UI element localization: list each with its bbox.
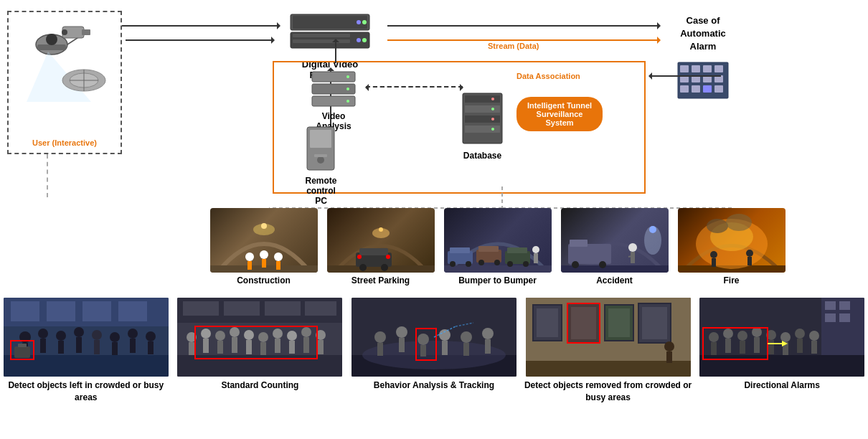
svg-point-2	[46, 34, 57, 45]
svg-point-208	[709, 332, 719, 342]
svg-rect-221	[797, 339, 803, 353]
svg-rect-35	[465, 126, 500, 133]
svg-rect-137	[11, 301, 39, 321]
svg-rect-30	[314, 154, 327, 157]
svg-point-110	[726, 214, 752, 231]
svg-rect-189	[526, 361, 691, 377]
svg-rect-13	[293, 16, 367, 29]
svg-rect-116	[4, 355, 169, 377]
behavior-image	[352, 298, 516, 377]
svg-rect-217	[768, 340, 774, 354]
svg-point-16	[362, 20, 367, 24]
svg-rect-223	[811, 341, 817, 354]
svg-rect-160	[303, 337, 309, 353]
pc-tower-icon	[301, 126, 341, 172]
tunnel-item-fire: Fire	[676, 208, 787, 285]
svg-point-80	[379, 227, 383, 232]
svg-rect-44	[714, 65, 723, 72]
svg-point-109	[707, 219, 728, 233]
arrow-cam-to-box	[126, 39, 274, 41]
svg-rect-51	[703, 85, 712, 93]
svg-rect-112	[712, 258, 716, 267]
svg-rect-41	[680, 65, 689, 72]
svg-rect-205	[839, 301, 850, 310]
svg-rect-148	[217, 341, 223, 354]
svg-rect-28	[310, 130, 331, 148]
svg-rect-140	[118, 301, 147, 321]
svg-point-105	[649, 226, 656, 233]
svg-rect-17	[293, 34, 350, 37]
svg-point-29	[317, 156, 324, 164]
svg-point-76	[381, 264, 388, 271]
tunnel-row: Construction Street Parking	[208, 208, 787, 285]
svg-rect-202	[699, 355, 864, 377]
dvr-to-alarm-arrow	[387, 25, 660, 27]
svg-rect-209	[711, 342, 717, 355]
svg-point-222	[809, 331, 819, 341]
svg-point-153	[258, 332, 268, 342]
svg-point-38	[491, 118, 494, 121]
database-label: Database	[459, 151, 506, 161]
svg-point-218	[780, 332, 791, 342]
svg-rect-87	[478, 246, 499, 252]
svg-rect-138	[47, 301, 75, 321]
svg-point-78	[386, 255, 390, 259]
svg-rect-177	[420, 345, 426, 357]
svg-rect-65	[247, 261, 252, 270]
fire-label: Fire	[723, 275, 739, 285]
svg-point-131	[146, 331, 156, 341]
svg-rect-67	[262, 259, 266, 268]
svg-rect-52	[714, 85, 723, 93]
counting-label: Standard Counting	[221, 379, 298, 392]
svg-rect-183	[485, 339, 491, 354]
svg-point-113	[746, 250, 753, 257]
svg-point-94	[532, 246, 539, 253]
svg-point-64	[245, 252, 254, 261]
svg-rect-83	[450, 247, 470, 253]
detect-item-directional: Directional Alarms	[696, 298, 868, 404]
detect-item-counting: Standard Counting	[174, 298, 346, 404]
data-association-label: Data Association	[516, 72, 580, 80]
svg-rect-69	[276, 261, 280, 270]
box-to-dvr-arrow	[335, 39, 336, 63]
svg-point-178	[439, 329, 450, 341]
stream-label: Stream (Data)	[488, 42, 539, 50]
svg-rect-120	[40, 339, 46, 353]
svg-rect-91	[507, 247, 527, 253]
svg-point-71	[261, 223, 267, 229]
stream-arrow	[387, 39, 660, 41]
bumper-image	[444, 208, 552, 273]
svg-point-88	[478, 260, 484, 265]
bumper-label: Bumper to Bumper	[458, 275, 537, 285]
svg-rect-114	[747, 257, 752, 265]
video-analysis-box: VideoAnalysis	[308, 68, 359, 131]
luggage-label: Detect objects left in crowded or busy a…	[0, 379, 172, 404]
svg-rect-152	[246, 340, 252, 354]
behavior-label: Behavior Analysis & Tracking	[374, 379, 494, 392]
svg-rect-132	[148, 341, 154, 354]
fire-image	[678, 208, 786, 273]
svg-rect-211	[725, 339, 731, 353]
svg-rect-168	[305, 301, 336, 316]
database-box: Database	[459, 90, 506, 161]
svg-rect-102	[631, 252, 635, 263]
alarm-label: Case ofAutomaticAlarm	[660, 14, 746, 54]
svg-point-174	[396, 326, 407, 338]
system-diagram: User (Interactive) Digital VideoRecorder…	[0, 0, 868, 212]
svg-point-75	[359, 264, 367, 271]
svg-point-77	[357, 255, 362, 259]
removed-image	[526, 298, 691, 377]
svg-rect-81	[444, 265, 552, 273]
detect-item-removed: Detect objects removed from crowded or b…	[522, 298, 694, 404]
svg-point-99	[572, 261, 579, 268]
directional-label: Directional Alarms	[744, 379, 820, 392]
dvr-icon	[287, 11, 373, 54]
svg-rect-150	[232, 337, 237, 353]
svg-point-15	[357, 20, 361, 24]
svg-point-151	[244, 330, 254, 340]
database-icon	[459, 90, 506, 147]
svg-rect-179	[442, 341, 448, 355]
svg-rect-134	[18, 344, 27, 347]
svg-rect-122	[58, 341, 64, 354]
svg-rect-124	[76, 337, 82, 353]
